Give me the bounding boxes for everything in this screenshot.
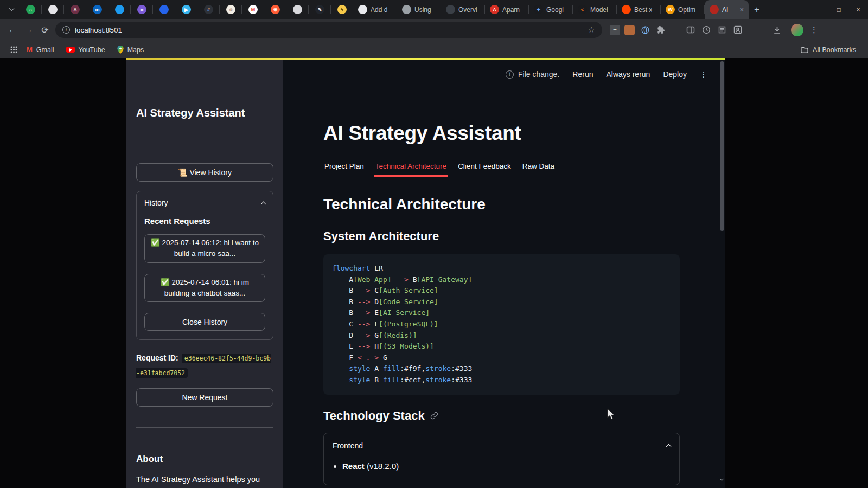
- gmail-icon: M: [27, 46, 33, 54]
- close-history-button[interactable]: Close History: [144, 313, 265, 331]
- history-icon[interactable]: [701, 24, 712, 35]
- tampermonkey-icon[interactable]: ••: [610, 25, 620, 35]
- globe-icon[interactable]: [640, 24, 650, 35]
- code-line: D --> G[(Redis)]: [332, 330, 671, 342]
- anchor-link-icon[interactable]: [430, 412, 438, 420]
- browser-tab[interactable]: Add d: [353, 0, 397, 19]
- starburst-favicon: ✳: [271, 5, 280, 14]
- pinned-tab[interactable]: [42, 0, 64, 19]
- downloads-icon[interactable]: [771, 24, 782, 35]
- code-line: style A fill:#f9f,stroke:#333: [332, 363, 671, 375]
- app-tab[interactable]: Project Plan: [323, 160, 365, 177]
- browser-tab[interactable]: <Model: [573, 0, 617, 19]
- divider: [136, 144, 273, 144]
- status-decoration-line: [126, 58, 725, 60]
- browser-tab[interactable]: Best x: [617, 0, 661, 19]
- app-menu-icon[interactable]: ⋮: [700, 70, 707, 79]
- view-history-button[interactable]: 📜 View History: [136, 163, 273, 182]
- forward-button[interactable]: →: [21, 22, 37, 38]
- window-close-button[interactable]: ×: [848, 0, 868, 19]
- pinned-tab[interactable]: #: [197, 0, 220, 19]
- bookmark-star-icon[interactable]: ☆: [588, 25, 595, 35]
- technology-stack-row: Technology Stack: [323, 409, 680, 423]
- frontend-list: React (v18.2.0): [324, 458, 679, 485]
- all-bookmarks-button[interactable]: All Bookmarks: [801, 46, 861, 54]
- recent-request-list: ✅ 2025-07-14 06:12: hi i want to build a…: [144, 234, 265, 302]
- history-expander-label: History: [144, 198, 168, 207]
- side-panel-icon[interactable]: [685, 24, 696, 35]
- url-bar[interactable]: i localhost:8501 ☆: [55, 22, 602, 38]
- apps-grid-icon[interactable]: [7, 43, 21, 57]
- extensions-puzzle-icon[interactable]: [655, 24, 666, 35]
- pinned-tab[interactable]: A: [64, 0, 86, 19]
- profile-frame-icon[interactable]: [732, 24, 743, 35]
- tab-title: Googl: [546, 6, 564, 14]
- status-text: File change.: [518, 70, 559, 79]
- browser-tab[interactable]: Using: [397, 0, 441, 19]
- pinned-tab[interactable]: M: [242, 0, 264, 19]
- code-line: F <-.-> G: [332, 352, 671, 364]
- code-line: E --> H[(S3 Models)]: [332, 341, 671, 352]
- browser-tab[interactable]: Overvi: [441, 0, 485, 19]
- list-item: React (v18.2.0): [342, 461, 671, 471]
- site-info-icon[interactable]: i: [62, 26, 70, 34]
- maximize-button[interactable]: □: [829, 0, 848, 19]
- about-heading: About: [136, 454, 273, 465]
- bookmark-youtube[interactable]: YouTube: [60, 41, 111, 58]
- new-tab-button[interactable]: +: [749, 0, 765, 19]
- reading-list-icon[interactable]: [717, 24, 727, 35]
- pinned-tab[interactable]: [108, 0, 131, 19]
- scrollbar-thumb[interactable]: [720, 61, 724, 231]
- code-line: B --> D[Code Service]: [332, 297, 671, 308]
- pinned-tab[interactable]: ✎: [309, 0, 331, 19]
- tab-close-icon[interactable]: ×: [739, 6, 744, 13]
- pinned-tab[interactable]: [153, 0, 175, 19]
- bookmark-gmail[interactable]: M Gmail: [21, 41, 60, 58]
- telegram-favicon: ▶: [182, 5, 191, 14]
- frontend-expander-label: Frontend: [333, 441, 363, 450]
- profile-avatar[interactable]: [791, 24, 803, 36]
- browser-tab[interactable]: AAparn: [485, 0, 529, 19]
- always-rerun-button[interactable]: Always rerun: [606, 70, 650, 79]
- pinned-tab[interactable]: ϟ: [331, 0, 353, 19]
- browser-menu-icon[interactable]: ⋮: [810, 25, 819, 35]
- deploy-button[interactable]: Deploy: [663, 70, 687, 79]
- pinned-tab[interactable]: ☺: [220, 0, 242, 19]
- new-request-button[interactable]: New Request: [136, 388, 273, 407]
- code-line: B --> C[Auth Service]: [332, 285, 671, 297]
- frontend-expander-header[interactable]: Frontend: [324, 433, 679, 458]
- pinned-tabs: ⌂Ain∞▶#☺M✳✎ϟ: [20, 0, 353, 19]
- back-button[interactable]: ←: [4, 22, 21, 38]
- pinned-tab[interactable]: ∞: [131, 0, 153, 19]
- tab-search-button[interactable]: [3, 0, 20, 19]
- folder-icon: [801, 47, 808, 53]
- pinned-tab[interactable]: ✳: [264, 0, 286, 19]
- pinned-tab[interactable]: in: [86, 0, 108, 19]
- app-tab[interactable]: Client Feedback: [457, 160, 512, 177]
- browser-tab[interactable]: WOptim: [661, 0, 705, 19]
- scrollbar[interactable]: [719, 60, 725, 488]
- app-tab[interactable]: Technical Architecture: [374, 160, 448, 177]
- window-controls: — □ ×: [809, 0, 868, 19]
- maps-pin-icon: [117, 46, 124, 54]
- recent-request-button[interactable]: ✅ 2025-07-14 06:12: hi i want to build a…: [144, 234, 265, 263]
- tab-title: Best x: [634, 6, 652, 14]
- history-expander: History Recent Requests ✅ 2025-07-14 06:…: [136, 191, 273, 340]
- rerun-button[interactable]: Rerun: [572, 70, 593, 79]
- recent-request-button[interactable]: ✅ 2025-07-14 06:01: hi im building a cha…: [144, 274, 265, 303]
- app-tab[interactable]: Raw Data: [521, 160, 556, 177]
- youtube-icon: [66, 47, 75, 53]
- history-expander-header[interactable]: History: [137, 191, 273, 214]
- minimize-button[interactable]: —: [809, 0, 829, 19]
- pinned-tab[interactable]: [286, 0, 309, 19]
- tab-favicon: [710, 5, 719, 14]
- browser-tab[interactable]: ✦Googl: [529, 0, 573, 19]
- chevron-down-icon: [9, 6, 14, 11]
- paw-extension-icon[interactable]: [624, 25, 635, 35]
- pinned-tab[interactable]: ▶: [175, 0, 197, 19]
- browser-tab[interactable]: AI×: [705, 0, 749, 19]
- pinned-tab[interactable]: ⌂: [20, 0, 42, 19]
- bookmark-maps[interactable]: Maps: [111, 41, 150, 58]
- url-text: localhost:8501: [75, 26, 122, 34]
- reload-button[interactable]: ⟳: [37, 22, 53, 38]
